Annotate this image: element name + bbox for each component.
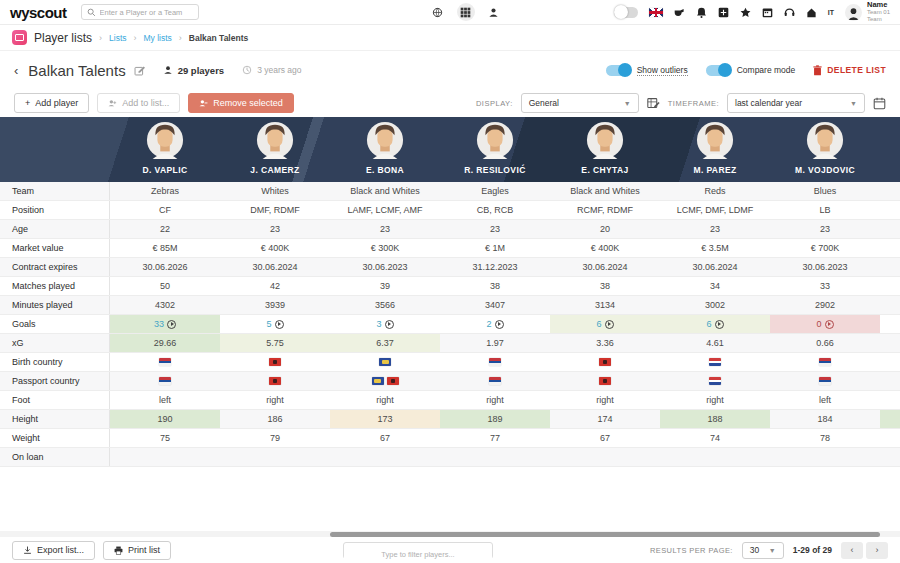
apps-grid-icon[interactable]	[457, 3, 475, 21]
bell-icon[interactable]	[696, 7, 707, 18]
row-label: Market value	[0, 239, 110, 257]
filter-players-input[interactable]	[344, 547, 492, 562]
breadcrumb: Player lists › Lists › My lists › Balkan…	[0, 25, 900, 51]
serbia-flag-icon	[489, 358, 501, 366]
edit-list-icon[interactable]	[134, 65, 145, 76]
serbia-flag-icon	[489, 377, 501, 385]
serbia-flag-icon	[159, 358, 171, 366]
search-input[interactable]	[100, 8, 193, 17]
albania-flag-icon	[599, 377, 611, 385]
play-icon	[275, 320, 284, 329]
row-label: Goals	[0, 315, 110, 333]
table-row-birth-country: Birth country	[0, 353, 900, 372]
search-icon	[87, 8, 96, 17]
player-header[interactable]: E. BONA	[330, 117, 440, 182]
row-label: Matches played	[0, 277, 110, 295]
serbia-flag-icon	[159, 377, 171, 385]
home-icon[interactable]	[806, 7, 817, 18]
user-menu[interactable]: Name Team 01 Team	[845, 1, 890, 23]
player-header[interactable]: J. CAMERZ	[220, 117, 330, 182]
headset-icon[interactable]	[784, 7, 795, 18]
table-row-goals: Goals 33 5 3 2 6 6 0	[0, 315, 900, 334]
display-label: DISPLAY:	[476, 99, 513, 108]
next-page-button[interactable]: ›	[866, 542, 888, 559]
albania-flag-icon	[387, 377, 399, 385]
prev-page-button[interactable]: ‹	[841, 542, 863, 559]
player-header[interactable]: E. CHYTAJ	[550, 117, 660, 182]
per-page-select[interactable]: 30▼	[742, 542, 784, 559]
goals-cell[interactable]: 3	[330, 315, 440, 333]
goals-cell[interactable]: 6	[550, 315, 660, 333]
row-label: Position	[0, 201, 110, 219]
chevron-right-icon: ›	[179, 33, 182, 43]
delete-list-button[interactable]: DELETE LIST	[813, 65, 886, 76]
star-icon[interactable]	[740, 7, 751, 18]
table-row-age: Age 22232323202323	[0, 220, 900, 239]
show-outliers-toggle[interactable]: Show outliers	[606, 65, 688, 76]
player-header[interactable]: D. VAPLIC	[110, 117, 220, 182]
timeframe-calendar-icon[interactable]	[873, 97, 886, 110]
table-row-height: Height 190186173189174188184	[0, 410, 900, 429]
table-row-matches: Matches played 50423938383433	[0, 277, 900, 296]
export-list-button[interactable]: Export list...	[12, 541, 95, 560]
player-header[interactable]: R. RESILOVIĆ	[440, 117, 550, 182]
add-player-button[interactable]: +Add player	[14, 93, 89, 113]
language-label[interactable]: IT	[828, 9, 834, 16]
chevron-right-icon: ›	[99, 33, 102, 43]
goals-cell[interactable]: 0	[770, 315, 880, 333]
display-select[interactable]: General▼	[521, 93, 639, 113]
kosovo-flag-icon	[379, 358, 391, 366]
play-icon	[715, 320, 724, 329]
serbia-flag-icon	[819, 358, 831, 366]
filter-players-box[interactable]	[343, 542, 493, 559]
user-team-sub: Team	[867, 16, 890, 23]
player-header[interactable]: M. VOJDOVIC	[770, 117, 880, 182]
table-row-team: Team ZebrasWhitesBlack and WhitesEaglesB…	[0, 182, 900, 201]
pager: ‹ ›	[841, 542, 888, 559]
top-right-icons: IT Name Team 01 Team	[614, 1, 890, 23]
person-plus-icon	[108, 99, 117, 108]
table-header: D. VAPLIC J. CAMERZ E. BONA R. RESILOVIĆ…	[0, 117, 900, 182]
last-updated: 3 years ago	[242, 65, 301, 75]
row-label: Minutes played	[0, 296, 110, 314]
player-header[interactable]: M. PAREZ	[660, 117, 770, 182]
goals-cell[interactable]: 5	[220, 315, 330, 333]
person-icon[interactable]	[485, 3, 503, 21]
goals-cell[interactable]: 6	[660, 315, 770, 333]
row-label: Age	[0, 220, 110, 238]
calendar-icon[interactable]	[762, 7, 773, 18]
theme-toggle[interactable]	[614, 7, 638, 18]
goals-cell[interactable]: 33	[110, 315, 220, 333]
row-label: Birth country	[0, 353, 110, 371]
print-list-button[interactable]: Print list	[103, 541, 171, 560]
wyscout-logo[interactable]: wyscout	[10, 4, 67, 21]
whistle-icon[interactable]	[674, 7, 685, 18]
table-row-foot: Foot leftrightrightrightrightrightleft	[0, 391, 900, 410]
user-team: Team 01	[867, 9, 890, 16]
albania-flag-icon	[269, 377, 281, 385]
goals-cell[interactable]: 2	[440, 315, 550, 333]
breadcrumb-my-lists[interactable]: My lists	[144, 33, 172, 43]
row-label: On loan	[0, 448, 110, 466]
globe-icon[interactable]	[429, 3, 447, 21]
croatia-flag-icon	[709, 377, 721, 385]
uk-flag-icon[interactable]	[649, 8, 663, 17]
table-row-minutes: Minutes played 4302393935663407313430022…	[0, 296, 900, 315]
breadcrumb-lists[interactable]: Lists	[109, 33, 126, 43]
table-row-position: Position CFDMF, RDMFLAMF, LCMF, AMFCB, R…	[0, 201, 900, 220]
row-label: Team	[0, 182, 110, 200]
global-search[interactable]	[81, 4, 199, 20]
add-to-list-button[interactable]: Add to list...	[97, 93, 180, 113]
chevron-right-icon: ›	[134, 33, 137, 43]
play-icon	[825, 320, 834, 329]
horizontal-scrollbar-thumb[interactable]	[330, 532, 880, 537]
timeframe-select[interactable]: last calendar year▼	[727, 93, 865, 113]
customize-columns-icon[interactable]	[647, 97, 660, 110]
play-icon	[167, 320, 176, 329]
remove-selected-button[interactable]: Remove selected	[188, 93, 294, 113]
players-table: D. VAPLIC J. CAMERZ E. BONA R. RESILOVIĆ…	[0, 117, 900, 467]
compare-mode-toggle[interactable]: Compare mode	[706, 65, 796, 76]
back-button[interactable]: ‹	[14, 63, 18, 78]
serbia-flag-icon	[819, 377, 831, 385]
add-box-icon[interactable]	[718, 7, 729, 18]
